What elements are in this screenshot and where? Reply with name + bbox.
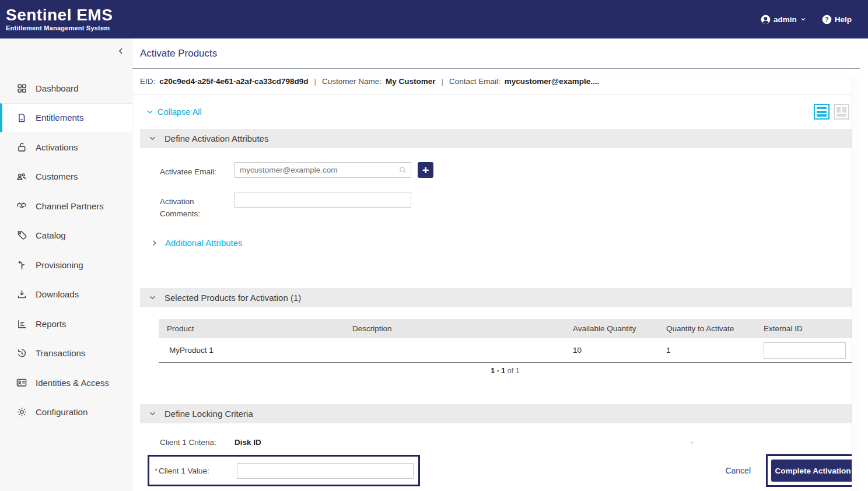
cell-product: MyProduct 1 bbox=[159, 338, 344, 363]
view-toggles bbox=[814, 104, 849, 120]
user-menu[interactable]: admin bbox=[761, 15, 807, 24]
section-title: Define Locking Criteria bbox=[164, 409, 253, 419]
sidebar-item-customers[interactable]: Customers bbox=[0, 162, 132, 192]
grid-view-toggle-icon[interactable] bbox=[834, 104, 849, 120]
sidebar-item-identities-access[interactable]: Identities & Access bbox=[0, 368, 132, 398]
separator: | bbox=[442, 77, 444, 86]
sidebar-item-entitlements[interactable]: Entitlements bbox=[0, 103, 132, 133]
report-chart-icon bbox=[16, 318, 27, 329]
sidebar-item-label: Reports bbox=[36, 319, 66, 329]
criteria-dash: - bbox=[691, 438, 694, 447]
document-icon bbox=[16, 112, 27, 124]
cancel-button[interactable]: Cancel bbox=[725, 466, 751, 475]
chevron-down-icon bbox=[146, 108, 154, 116]
search-icon[interactable] bbox=[398, 166, 407, 174]
section-locking-criteria: Define Locking Criteria Client 1 Criteri… bbox=[140, 404, 860, 487]
sidebar-collapse-button[interactable] bbox=[116, 45, 126, 56]
help-label: Help bbox=[835, 15, 852, 24]
contact-email-label: Contact Email: bbox=[449, 77, 501, 86]
contact-email-value: mycustomer@example.... bbox=[505, 77, 599, 86]
chevron-right-icon bbox=[150, 239, 158, 247]
sidebar-item-configuration[interactable]: Configuration bbox=[0, 398, 132, 427]
toolbar: Collapse All bbox=[132, 94, 860, 129]
history-icon bbox=[16, 348, 27, 359]
client1-value-label: Client 1 Value: bbox=[159, 467, 237, 475]
svg-text:?: ? bbox=[825, 16, 828, 23]
help-icon: ? bbox=[822, 15, 832, 24]
sidebar-item-label: Configuration bbox=[36, 407, 88, 417]
sidebar-item-label: Downloads bbox=[36, 289, 79, 299]
required-marker: * bbox=[155, 467, 158, 475]
sidebar-item-label: Activations bbox=[36, 142, 78, 152]
column-header-external-id: External ID bbox=[755, 319, 852, 338]
chevron-down-icon bbox=[149, 294, 156, 301]
activation-comments-input[interactable] bbox=[235, 192, 411, 208]
eid-label: EID: bbox=[140, 77, 155, 86]
sidebar: Dashboard Entitlements Activations bbox=[0, 38, 132, 491]
chevron-down-icon bbox=[149, 135, 156, 142]
column-header-quantity-to-activate: Quantity to Activate bbox=[658, 319, 755, 338]
client1-value-input[interactable] bbox=[237, 463, 414, 479]
sidebar-item-label: Customers bbox=[36, 171, 78, 181]
external-id-input[interactable] bbox=[764, 342, 846, 359]
section-title: Define Activation Attributes bbox=[164, 134, 268, 143]
main-content: Activate Products EID: c20c9ed4-a25f-4e6… bbox=[132, 38, 860, 491]
section-header-locking-criteria[interactable]: Define Locking Criteria bbox=[140, 404, 860, 423]
footer-actions: Cancel Complete Activation bbox=[725, 454, 860, 487]
sidebar-item-reports[interactable]: Reports bbox=[0, 309, 132, 339]
sidebar-item-channel-partners[interactable]: Channel Partners bbox=[0, 191, 132, 221]
pagination-range: 1 - 1 bbox=[491, 367, 505, 375]
dashboard-grid-icon bbox=[16, 82, 27, 94]
section-title: Selected Products for Activation (1) bbox=[164, 293, 301, 303]
collapse-all-link[interactable]: Collapse All bbox=[146, 107, 202, 117]
add-activatee-email-button[interactable]: + bbox=[418, 162, 433, 178]
sidebar-nav: Dashboard Entitlements Activations bbox=[0, 73, 132, 427]
pagination-total: of 1 bbox=[508, 367, 520, 375]
id-card-icon bbox=[16, 377, 27, 388]
column-header-description: Description bbox=[344, 319, 565, 338]
sidebar-item-activations[interactable]: Activations bbox=[0, 132, 132, 162]
section-header-activation-attributes[interactable]: Define Activation Attributes bbox=[140, 129, 860, 148]
user-icon bbox=[761, 15, 771, 24]
section-header-selected-products[interactable]: Selected Products for Activation (1) bbox=[140, 288, 860, 307]
list-view-toggle-icon[interactable] bbox=[814, 104, 830, 120]
sidebar-item-dashboard[interactable]: Dashboard bbox=[0, 73, 132, 103]
user-label: admin bbox=[774, 15, 797, 24]
chevron-down-icon bbox=[149, 410, 156, 418]
sidebar-item-label: Transactions bbox=[36, 348, 85, 358]
column-header-product: Product bbox=[159, 319, 344, 338]
sidebar-item-downloads[interactable]: Downloads bbox=[0, 280, 132, 310]
activatee-email-label: Activatee Email: bbox=[160, 162, 235, 178]
collapse-all-label: Collapse All bbox=[158, 107, 202, 117]
cell-description bbox=[344, 338, 565, 363]
column-header-available-quantity: Available Quantity bbox=[565, 319, 658, 338]
customer-name-label: Customer Name: bbox=[322, 77, 382, 86]
activatee-email-input[interactable] bbox=[235, 162, 411, 178]
client1-criteria-value: Disk ID bbox=[235, 438, 261, 447]
help-menu[interactable]: ? Help bbox=[822, 15, 852, 24]
complete-activation-button[interactable]: Complete Activation bbox=[771, 460, 855, 482]
branch-arrow-icon bbox=[16, 259, 27, 271]
header-right: admin ? Help bbox=[761, 15, 852, 24]
app-header: Sentinel EMS Entitlement Management Syst… bbox=[0, 0, 868, 38]
additional-attributes-link[interactable]: Additional Attributes bbox=[140, 238, 860, 275]
sidebar-item-label: Provisioning bbox=[36, 260, 83, 270]
sidebar-item-label: Entitlements bbox=[36, 113, 84, 122]
sidebar-item-label: Dashboard bbox=[36, 83, 78, 93]
table-row: MyProduct 1 10 1 bbox=[159, 338, 852, 363]
sidebar-item-transactions[interactable]: Transactions bbox=[0, 339, 132, 369]
sidebar-item-label: Identities & Access bbox=[36, 378, 109, 388]
customer-name-value: My Customer bbox=[386, 77, 436, 86]
gear-icon bbox=[16, 406, 27, 418]
additional-attributes-label: Additional Attributes bbox=[165, 238, 243, 248]
sidebar-item-provisioning[interactable]: Provisioning bbox=[0, 250, 132, 280]
sidebar-item-catalog[interactable]: Catalog bbox=[0, 221, 132, 251]
chevron-down-icon bbox=[800, 16, 807, 23]
handshake-icon bbox=[16, 200, 27, 212]
sidebar-item-label: Catalog bbox=[36, 230, 66, 240]
sidebar-item-label: Channel Partners bbox=[36, 201, 104, 211]
scrollbar-track[interactable] bbox=[852, 77, 860, 491]
unlock-icon bbox=[16, 141, 27, 153]
page-title: Activate Products bbox=[140, 48, 217, 59]
products-table: Product Description Available Quantity Q… bbox=[159, 319, 852, 405]
